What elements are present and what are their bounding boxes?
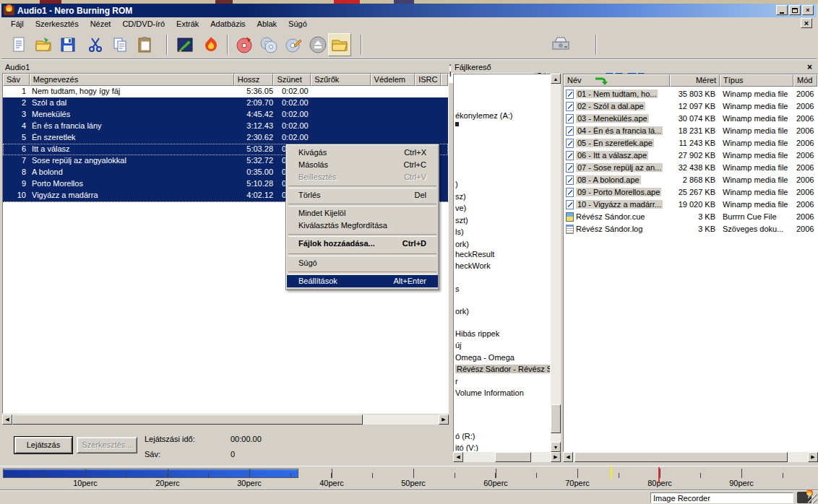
- audio-cd-button[interactable]: [233, 33, 256, 56]
- menu-f-jl[interactable]: Fájl: [5, 18, 30, 30]
- column-header-szurok[interactable]: Szűrők: [311, 74, 370, 86]
- scrollbar-thumb[interactable]: [551, 404, 561, 433]
- tree-item-selected[interactable]: Révész Sándor - Révész Sá: [455, 365, 551, 373]
- tree-item[interactable]: sz): [455, 192, 466, 201]
- tree-item[interactable]: szt): [455, 216, 468, 225]
- tree-item[interactable]: Volume Information: [455, 388, 524, 397]
- file-row[interactable]: Révész Sándor.cue 3 KB Burrrn Cue File 2…: [564, 211, 817, 223]
- context-menu-item[interactable]: Beillesztés Ctrl+V: [287, 171, 438, 183]
- burn-cover-button[interactable]: [199, 33, 223, 56]
- open-button[interactable]: [32, 33, 55, 56]
- context-menu-item[interactable]: Kiválasztás Megfordítása: [287, 220, 438, 232]
- column-header-hossz[interactable]: Hossz: [234, 74, 274, 86]
- tree-item[interactable]: heckWork: [455, 261, 491, 270]
- title-bar[interactable]: Audio1 - Nero Burning ROM ×: [1, 4, 817, 17]
- context-menu-item[interactable]: Törlés Del: [287, 189, 438, 201]
- burner-button[interactable]: [549, 32, 572, 56]
- tree-item[interactable]: heckResult: [455, 250, 494, 258]
- context-menu-item[interactable]: [287, 232, 438, 238]
- tree-item[interactable]: ó (R:): [455, 432, 475, 440]
- column-header-szunet[interactable]: Szünet: [273, 74, 311, 86]
- file-browser-close-icon[interactable]: ×: [807, 62, 812, 72]
- context-menu-item[interactable]: Másolás Ctrl+C: [287, 159, 438, 171]
- tree-item[interactable]: ork): [455, 307, 469, 316]
- edit-button[interactable]: Szerkesztés...: [77, 437, 137, 453]
- file-row[interactable]: 08 - A bolond.ape 2 868 KB Winamp media …: [564, 174, 817, 186]
- file-row[interactable]: 09 - Porto Morellos.ape 25 267 KB Winamp…: [564, 186, 817, 199]
- column-header-meret[interactable]: Méret: [670, 74, 720, 87]
- context-menu-item[interactable]: Súgó: [287, 257, 438, 269]
- context-menu-item[interactable]: Fájlok hozzáadása... Ctrl+D: [287, 238, 438, 251]
- track-row[interactable]: 5 Én szeretlek 2:30.62 0:02.00: [3, 132, 448, 144]
- column-header-nev[interactable]: Név: [564, 74, 670, 87]
- menu-adatb-zis[interactable]: Adatbázis: [204, 18, 251, 30]
- tree-hscrollbar[interactable]: ◀ ▶: [453, 452, 561, 462]
- menu-ablak[interactable]: Ablak: [251, 18, 283, 30]
- minimize-button[interactable]: [776, 5, 788, 15]
- file-list-hscrollbar[interactable]: ◀ ▶: [563, 452, 818, 462]
- column-header-modositva[interactable]: Mód: [793, 74, 817, 87]
- scroll-right-icon[interactable]: ▶: [808, 452, 818, 462]
- scroll-left-icon[interactable]: ◀: [563, 452, 573, 462]
- eject-button[interactable]: [306, 33, 330, 56]
- scroll-left-icon[interactable]: ◀: [453, 452, 463, 462]
- track-list-hscrollbar[interactable]: ◀ ▶: [2, 414, 449, 425]
- menu-extr-k[interactable]: Extrák: [171, 18, 204, 30]
- resize-grip[interactable]: [808, 494, 817, 503]
- context-menu-item[interactable]: Kivágás Ctrl+X: [287, 147, 438, 159]
- scroll-up-icon[interactable]: ▲: [551, 74, 561, 84]
- menu-s-g-[interactable]: Súgó: [283, 18, 313, 30]
- tree-item[interactable]: r: [455, 377, 458, 386]
- tree-item[interactable]: ork): [455, 240, 469, 248]
- scroll-right-icon[interactable]: ▶: [439, 414, 449, 425]
- track-row[interactable]: 1 Nem tudtam, hogy így fáj 5:36.05 0:02.…: [3, 86, 448, 97]
- context-menu-item[interactable]: [287, 251, 438, 257]
- tree-item[interactable]: új: [455, 341, 462, 349]
- menu-n-zet[interactable]: Nézet: [85, 18, 117, 30]
- close-button[interactable]: ×: [802, 5, 814, 15]
- scrollbar-thumb[interactable]: [495, 452, 531, 462]
- scrollbar-thumb[interactable]: [574, 452, 788, 462]
- paste-button[interactable]: [133, 33, 156, 56]
- track-row[interactable]: 3 Menekülés 4:45.42 0:02.00: [3, 109, 448, 121]
- tree-item[interactable]: itó (V:): [455, 443, 478, 452]
- column-header-tipus[interactable]: Típus: [720, 74, 793, 87]
- cd-pencil-button[interactable]: [282, 33, 305, 56]
- file-row[interactable]: 02 - Szól a dal.ape 12 097 KB Winamp med…: [564, 100, 817, 113]
- context-menu-item[interactable]: Mindet Kijelöl: [287, 207, 438, 220]
- copy-button[interactable]: [108, 33, 132, 56]
- file-row[interactable]: 04 - Én és a francia lá... 18 231 KB Win…: [564, 125, 817, 137]
- menu-szerkeszt-s[interactable]: Szerkesztés: [30, 18, 85, 30]
- tree-item[interactable]: Hibás rippek: [455, 329, 499, 338]
- maximize-button[interactable]: [789, 5, 801, 15]
- file-row[interactable]: 05 - Én szeretlek.ape 11 243 KB Winamp m…: [564, 137, 817, 149]
- tree-vscrollbar[interactable]: ▲ ▼: [551, 74, 561, 452]
- file-row[interactable]: 03 - Menekülés.ape 30 074 KB Winamp medi…: [564, 113, 817, 125]
- tree-item[interactable]: Omega - Omega: [455, 353, 515, 362]
- folder-tree[interactable]: ékonylemez (A:) ) sz) ve) szt) ls) ork) …: [453, 74, 551, 452]
- column-header-sav[interactable]: Sáv: [3, 74, 30, 86]
- scroll-right-icon[interactable]: ▶: [551, 452, 561, 462]
- file-list[interactable]: Név Méret Típus Mód 01 - Nem tudtam, ho.…: [563, 74, 818, 452]
- file-row[interactable]: 07 - Sose repülj az an... 32 438 KB Wina…: [564, 162, 817, 174]
- context-menu-item[interactable]: Beállítások Alt+Enter: [287, 275, 438, 287]
- cover-designer-button[interactable]: [173, 33, 197, 56]
- tree-item[interactable]: ls): [455, 227, 464, 236]
- play-button[interactable]: Lejátszás: [14, 437, 72, 453]
- cut-button[interactable]: [84, 33, 107, 56]
- scrollbar-thumb[interactable]: [12, 414, 363, 425]
- scroll-left-icon[interactable]: ◀: [2, 414, 12, 425]
- track-row[interactable]: 2 Szól a dal 2:09.70 0:02.00: [3, 97, 448, 109]
- context-menu-item[interactable]: [287, 183, 438, 189]
- column-header-isrc[interactable]: ISRC: [415, 74, 441, 86]
- scroll-down-icon[interactable]: ▼: [551, 442, 561, 452]
- file-row[interactable]: Révész Sándor.log 3 KB Szöveges doku... …: [564, 223, 817, 235]
- column-header-vedelem[interactable]: Védelem: [371, 74, 416, 86]
- context-menu-item[interactable]: [287, 269, 438, 275]
- save-button[interactable]: [56, 33, 79, 56]
- column-header-megnevezes[interactable]: Megnevezés: [30, 74, 234, 86]
- context-menu-item[interactable]: [287, 201, 438, 207]
- file-row[interactable]: 06 - Itt a válasz.ape 27 902 KB Winamp m…: [564, 149, 817, 162]
- menu-cd-dvd-r-[interactable]: CD/DVD-író: [116, 18, 171, 30]
- tree-item[interactable]: ): [455, 180, 458, 188]
